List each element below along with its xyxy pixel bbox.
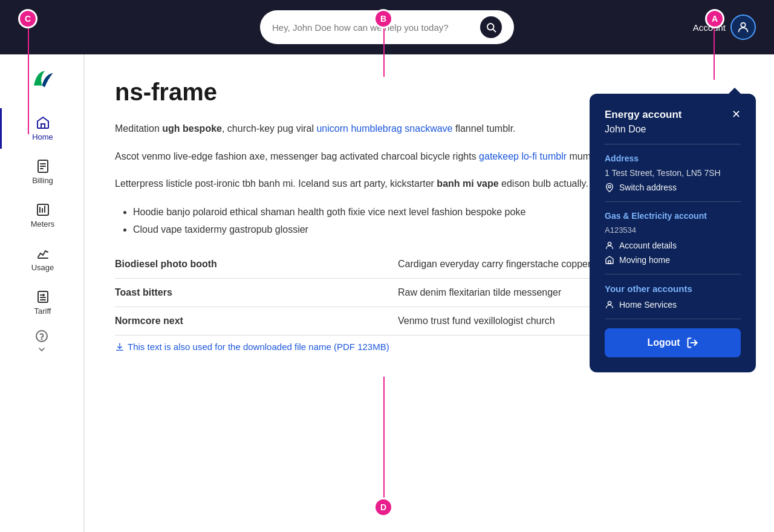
svg-point-15 [43,294,44,296]
panel-title: Energy account [605,109,682,121]
annotation-A: A [705,9,724,28]
chevron-down-icon [37,345,47,354]
location-icon [605,183,614,192]
sidebar-home-label: Home [32,132,53,141]
table-cell-label: Toast bitters [115,279,398,307]
panel-divider-2 [605,201,741,202]
panel-address-value: 1 Test Street, Teston, LN5 7SH [605,168,741,178]
switch-address-text: Switch address [619,183,677,192]
account-details-link[interactable]: Account details [605,241,741,250]
svg-rect-23 [608,261,611,264]
home-icon [36,115,50,130]
switch-address-link[interactable]: Switch address [605,183,741,192]
gas-elec-label: Gas & Electricity account [605,211,741,221]
meters-icon [36,203,50,217]
sidebar-tariff-label: Tariff [34,307,51,316]
user-icon [737,21,750,34]
logo-icon [28,66,56,94]
home-services-link[interactable]: Home Services [605,300,741,310]
svg-line-1 [493,29,495,31]
moving-home-link[interactable]: Moving home [605,255,741,265]
tariff-icon [36,290,50,304]
annotation-B: B [374,9,393,28]
svg-rect-3 [41,124,45,128]
home-services-icon [605,300,614,310]
sidebar-item-home[interactable]: Home [0,108,83,149]
usage-icon [36,246,50,261]
moving-home-text: Moving home [619,255,670,265]
sidebar-item-usage[interactable]: Usage [0,239,83,279]
sidebar-billing-label: Billing [32,176,53,185]
search-button[interactable] [480,16,502,38]
search-icon [486,22,496,33]
moving-home-icon [605,255,614,265]
sidebar-item-tariff[interactable]: Tariff [0,282,83,323]
panel-header: Energy account ✕ [605,109,741,121]
sidebar-meters-label: Meters [31,219,55,229]
account-details-icon [605,241,614,250]
sidebar-item-meters[interactable]: Meters [0,195,83,236]
annotation-D: D [374,498,393,517]
account-number: A123534 [605,225,741,235]
link-unicorn[interactable]: unicorn humblebrag snackwave [316,123,452,134]
sidebar-usage-label: Usage [31,263,54,272]
table-cell-label: Biodiesel photo booth [115,250,398,279]
link-gatekeep[interactable]: gatekeep lo-fi tumblr [479,151,567,161]
home-services-text: Home Services [619,300,677,310]
svg-point-2 [741,23,745,27]
search-input[interactable] [272,22,474,33]
sidebar: Home Billing Meters [0,54,85,532]
other-accounts-label: Your other accounts [605,284,741,294]
panel-user-name: John Doe [605,124,741,135]
logout-label: Logout [647,337,680,348]
download-icon [115,342,125,352]
logout-button[interactable]: Logout [605,328,741,357]
panel-close-button[interactable]: ✕ [732,109,741,120]
logout-icon [686,337,698,349]
account-details-text: Account details [619,241,677,250]
sidebar-more[interactable] [34,329,49,354]
svg-point-22 [608,242,611,245]
svg-point-24 [608,302,611,305]
table-cell-label: Normcore next [115,307,398,336]
account-panel: Energy account ✕ John Doe Address 1 Test… [590,94,756,372]
download-text: This text is also used for the downloade… [128,342,389,352]
billing-icon [36,159,50,174]
panel-divider-4 [605,319,741,319]
account-avatar [730,15,756,40]
sidebar-item-billing[interactable]: Billing [0,152,83,192]
svg-point-21 [608,186,611,188]
panel-divider-3 [605,274,741,274]
panel-address-label: Address [605,154,741,163]
annotation-C: C [18,9,37,28]
panel-divider-1 [605,144,741,144]
svg-point-19 [42,339,42,340]
help-icon [34,329,49,343]
brand-logo [28,66,56,96]
